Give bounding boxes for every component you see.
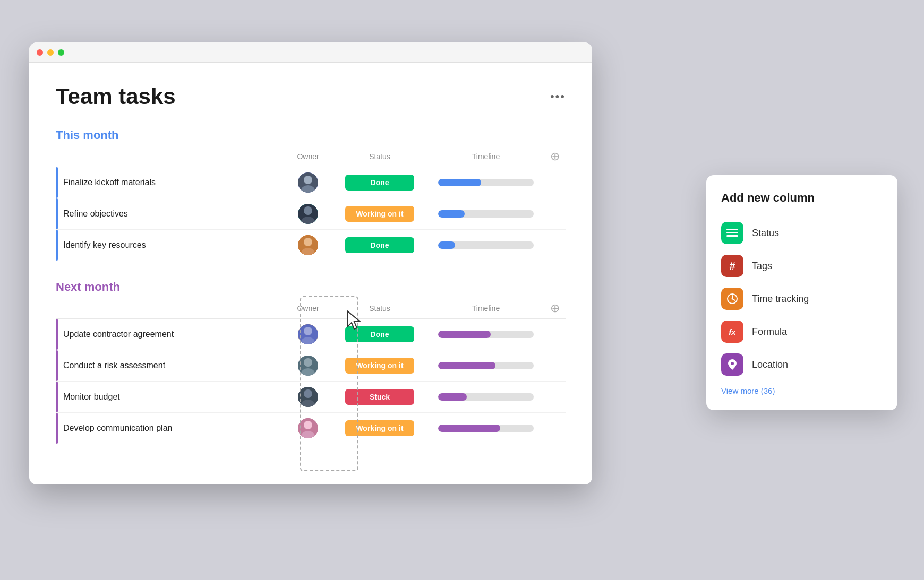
status-badge: Working on it [332,420,427,436]
owner-avatar [284,235,332,255]
timeline-col [427,425,544,432]
status-done: Done [345,326,414,342]
column-option-formula[interactable]: fx Formula [721,315,883,348]
svg-rect-21 [726,229,738,230]
page-title: Team tasks [56,84,176,109]
close-button[interactable] [37,49,43,56]
timeline-col [427,331,544,338]
timeline-fill [438,331,491,338]
svg-point-7 [304,238,312,246]
formula-icon: fx [721,321,743,343]
svg-point-13 [304,358,312,367]
status-badge: Done [332,326,427,342]
status-col-header-nm: Status [332,304,427,313]
svg-point-19 [304,421,312,429]
timeline-bar [438,179,534,186]
task-name: Identify key resources [56,240,284,250]
status-badge: Stuck [332,389,427,405]
status-working: Working on it [345,420,414,436]
minimize-button[interactable] [47,49,54,56]
timeline-col [427,362,544,369]
svg-rect-22 [726,232,738,233]
status-option-label: Status [752,228,779,239]
column-option-location[interactable]: Location [721,348,883,381]
table-row: Monitor budget Stuck [56,382,566,413]
svg-point-10 [304,327,312,335]
column-option-tags[interactable]: # Tags [721,249,883,282]
window-content: Team tasks ••• This month Owner Status T… [29,63,592,484]
status-badge: Working on it [332,206,427,222]
add-column-button-this-month[interactable]: ⊕ [550,150,560,163]
avatar [298,356,318,376]
avatar [298,172,318,193]
timeline-col [427,179,544,186]
maximize-button[interactable] [58,49,64,56]
timeline-col [427,393,544,401]
this-month-section: This month Owner Status Timeline ⊕ Final… [56,128,566,261]
timeline-fill [438,362,495,369]
timeline-fill [438,425,500,432]
more-options-button[interactable]: ••• [550,90,566,103]
owner-avatar [284,418,332,438]
timeline-bar [438,425,534,432]
owner-col-header: Owner [284,152,332,161]
add-column-popup: Add new column Status # Tags Time tracki… [706,175,897,410]
popup-title: Add new column [721,191,883,205]
owner-avatar [284,356,332,376]
svg-point-25 [732,298,733,300]
time-tracking-option-label: Time tracking [752,293,809,305]
location-icon [721,353,743,376]
status-done: Done [345,237,414,253]
add-column-button-next-month[interactable]: ⊕ [550,301,560,315]
timeline-bar [438,362,534,369]
column-option-time-tracking[interactable]: Time tracking [721,282,883,315]
owner-avatar [284,204,332,224]
time-tracking-icon [721,288,743,310]
timeline-fill [438,210,465,218]
status-badge: Done [332,237,427,253]
owner-avatar [284,324,332,344]
svg-point-1 [304,176,312,184]
formula-option-label: Formula [752,326,787,337]
task-name: Finalize kickoff materials [56,178,284,187]
timeline-fill [438,241,455,249]
timeline-col-header: Timeline [427,152,544,161]
column-option-status[interactable]: Status [721,217,883,249]
table-row: Conduct a risk assessment Working on it [56,350,566,382]
timeline-col [427,210,544,218]
avatar [298,387,318,407]
task-name: Develop communication plan [56,423,284,433]
svg-point-4 [304,206,312,215]
page-header: Team tasks ••• [56,84,566,109]
table-row: Finalize kickoff materials Done [56,167,566,198]
status-badge: Done [332,175,427,191]
status-icon [721,222,743,244]
timeline-fill [438,179,481,186]
task-name: Conduct a risk assessment [56,361,284,370]
location-option-label: Location [752,359,788,370]
timeline-col [427,241,544,249]
table-row: Refine objectives Working on it [56,198,566,230]
status-col-header: Status [332,152,427,161]
avatar [298,418,318,438]
task-name: Refine objectives [56,209,284,219]
view-more-link[interactable]: View more (36) [721,386,883,395]
this-month-heading: This month [56,128,566,142]
timeline-col-header-nm: Timeline [427,304,544,313]
avatar [298,235,318,255]
main-window: Team tasks ••• This month Owner Status T… [29,42,592,484]
timeline-fill [438,393,467,401]
status-badge: Working on it [332,358,427,374]
svg-point-16 [304,389,312,398]
timeline-bar [438,210,534,218]
status-working: Working on it [345,358,414,374]
owner-avatar [284,387,332,407]
table-row: Identify key resources Done [56,230,566,261]
timeline-bar [438,393,534,401]
task-name: Monitor budget [56,392,284,402]
avatar [298,204,318,224]
tags-icon: # [721,255,743,277]
svg-point-26 [731,362,734,365]
timeline-bar [438,331,534,338]
svg-rect-23 [726,235,738,237]
